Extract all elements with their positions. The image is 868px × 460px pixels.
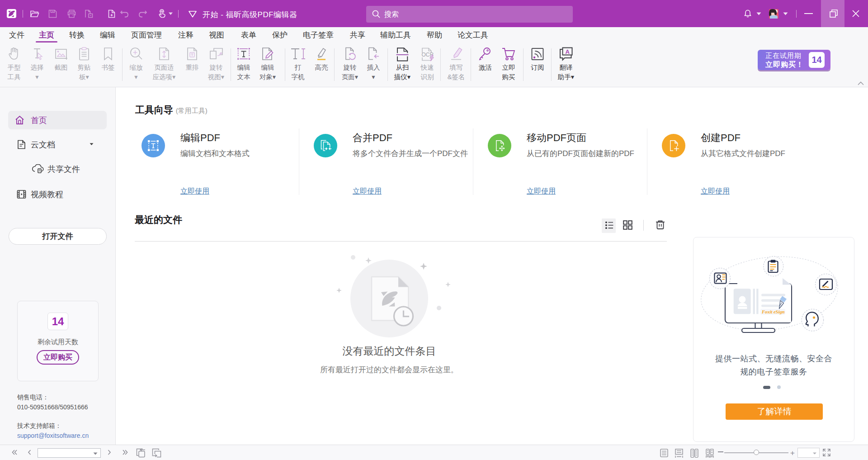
svg-text:Foxit eSign: Foxit eSign — [761, 309, 785, 314]
svg-text:A: A — [566, 48, 570, 55]
